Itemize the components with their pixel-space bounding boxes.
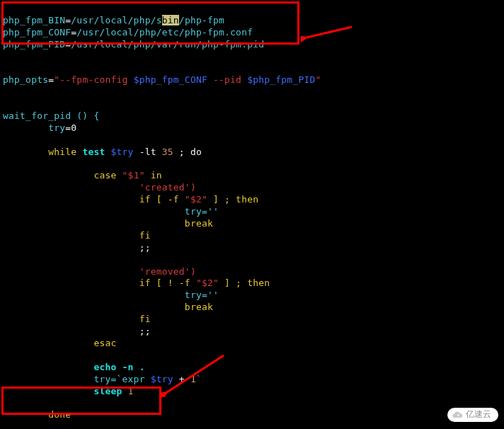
var-pid-path: /usr/local/php/var/run/php-fpm.pid bbox=[71, 39, 264, 50]
var-conf-path: /usr/local/php/etc/php-fpm.conf bbox=[76, 27, 253, 38]
var-opts: php_opts bbox=[3, 74, 48, 85]
watermark-badge: 亿速云 bbox=[447, 408, 498, 422]
var-bin-path-pre: /usr/local/php/s bbox=[71, 15, 161, 25]
svg-point-5 bbox=[458, 415, 459, 416]
var-pid-label: php_fpm_PID bbox=[3, 39, 65, 50]
watermark-text: 亿速云 bbox=[466, 409, 491, 421]
fn-decl: wait_for_pid () { bbox=[3, 110, 99, 121]
terminal: php_fpm_BIN=/usr/local/php/sbin/php-fpm … bbox=[0, 0, 504, 429]
var-bin-label: php_fpm_BIN bbox=[3, 15, 65, 25]
var-bin-path-post: /php-fpm bbox=[179, 15, 224, 25]
var-conf-label: php_fpm_CONF bbox=[3, 27, 71, 38]
var-bin-highlight: bin bbox=[162, 15, 179, 25]
cloud-icon bbox=[452, 409, 463, 421]
